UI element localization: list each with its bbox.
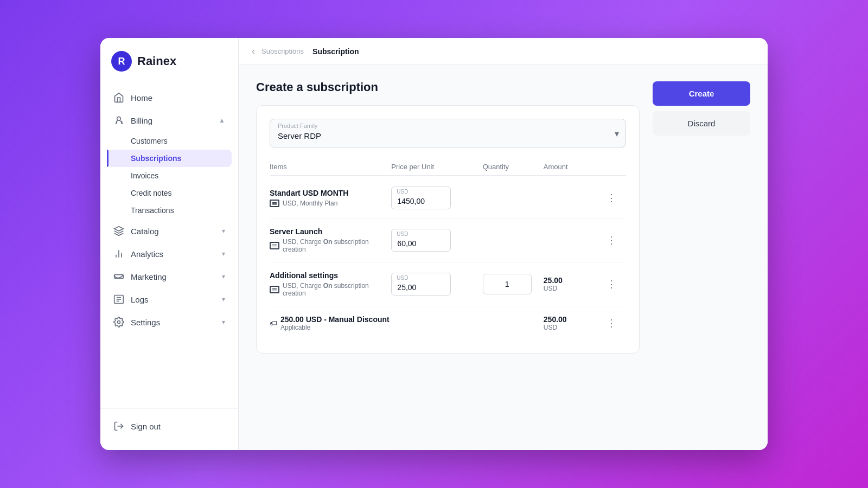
table-row: Standart USD MONTH — [270, 178, 626, 219]
sidebar-item-credit-notes[interactable]: Credit notes — [107, 184, 232, 202]
row1-sub-icon — [270, 200, 279, 207]
row3-name: Additional settings — [270, 271, 391, 280]
row3-sub-icon — [270, 286, 279, 293]
discount-menu-button[interactable]: ⋮ — [604, 315, 618, 331]
discount-label: 250.00 USD - Manual Discount — [280, 315, 390, 324]
sidebar-item-customers[interactable]: Customers — [107, 132, 232, 150]
nav-section: Home Billing ▲ Customers — [100, 87, 238, 408]
row3-item-info: Additional settings — [270, 271, 391, 297]
row2-sub-text: USD, Charge On subscription creation — [283, 238, 391, 253]
row3-sub-text: USD, Charge On subscription creation — [283, 282, 391, 297]
table-header: Items Price per Unit Quantity Amount — [270, 158, 626, 176]
row1-price-cell: USD — [391, 187, 482, 209]
row3-actions: ⋮ — [604, 276, 626, 292]
row2-price-cell: USD — [391, 229, 482, 252]
sidebar-item-subscriptions[interactable]: Subscriptions — [107, 150, 232, 167]
header-items: Items — [270, 163, 391, 171]
row3-price-wrap: USD — [391, 273, 482, 296]
row3-sub: USD, Charge On subscription creation — [270, 282, 391, 297]
sidebar-item-billing[interactable]: Billing ▲ — [107, 110, 232, 131]
sidebar-item-settings-label: Settings — [131, 318, 160, 327]
billing-icon — [113, 115, 124, 126]
row1-menu-button[interactable]: ⋮ — [604, 190, 618, 206]
row2-name: Server Launch — [270, 227, 391, 236]
product-family-field: Product Family Server RDP ▾ — [270, 119, 626, 147]
row2-actions: ⋮ — [604, 232, 626, 248]
breadcrumb-back-button[interactable]: ‹ — [252, 46, 255, 57]
table-row: Server Launch — [270, 219, 626, 262]
row1-actions: ⋮ — [604, 190, 626, 206]
catalog-chevron-icon: ▾ — [222, 227, 225, 235]
sidebar-item-catalog[interactable]: Catalog ▾ — [107, 220, 232, 242]
logo-icon: R — [111, 51, 132, 72]
breadcrumb-current: Subscription — [312, 47, 359, 56]
discount-amount-value: 250.00 — [544, 315, 604, 324]
row1-price-wrap: USD — [391, 187, 482, 209]
row1-sub-text: USD, Monthly Plan — [283, 200, 337, 207]
logs-chevron-icon: ▾ — [222, 296, 225, 303]
row3-menu-button[interactable]: ⋮ — [604, 276, 618, 292]
product-family-select[interactable]: Server RDP — [270, 119, 626, 147]
sidebar-item-analytics-label: Analytics — [131, 249, 163, 259]
sidebar-item-catalog-label: Catalog — [131, 227, 159, 236]
row1-sub: USD, Monthly Plan — [270, 200, 391, 207]
row2-price-label: USD — [397, 231, 408, 237]
sidebar: R Rainex Home — [100, 38, 239, 450]
sidebar-item-marketing-label: Marketing — [131, 272, 167, 281]
logs-icon — [113, 294, 124, 305]
sidebar-item-settings[interactable]: Settings ▾ — [107, 311, 232, 333]
analytics-chevron-icon: ▾ — [222, 250, 225, 258]
settings-icon — [113, 317, 124, 328]
main-area: ‹ Subscriptions Subscription Create a su… — [239, 38, 768, 450]
home-icon — [113, 92, 124, 103]
row3-qty-cell — [483, 274, 544, 294]
row3-price-label: USD — [397, 275, 408, 281]
tag-icon: 🏷 — [270, 319, 277, 328]
row2-sub-icon — [270, 242, 279, 249]
sign-out-area: Sign out — [100, 408, 238, 437]
discount-amount-cell: 250.00 USD — [544, 315, 604, 331]
sidebar-item-logs[interactable]: Logs ▾ — [107, 288, 232, 310]
sign-out-label: Sign out — [131, 422, 161, 431]
row1-item-info: Standart USD MONTH — [270, 189, 391, 207]
discard-button[interactable]: Discard — [653, 111, 750, 136]
action-buttons: Create Discard — [653, 80, 750, 435]
sidebar-item-home[interactable]: Home — [107, 87, 232, 108]
sidebar-item-transactions[interactable]: Transactions — [107, 202, 232, 219]
content-area: Create a subscription Product Family Ser… — [239, 65, 768, 450]
sidebar-item-logs-label: Logs — [131, 295, 149, 304]
row3-price-cell: USD — [391, 273, 482, 296]
header-quantity: Quantity — [483, 163, 544, 171]
row1-name: Standart USD MONTH — [270, 189, 391, 197]
main-form: Create a subscription Product Family Ser… — [256, 80, 640, 435]
logo-area: R Rainex — [100, 51, 238, 87]
svg-point-10 — [118, 321, 120, 324]
row2-item-info: Server Launch — [270, 227, 391, 253]
header-actions — [604, 163, 626, 171]
row2-menu-button[interactable]: ⋮ — [604, 232, 618, 248]
create-button[interactable]: Create — [653, 81, 750, 106]
product-family-select-wrapper: Product Family Server RDP ▾ — [270, 119, 626, 147]
settings-chevron-icon: ▾ — [222, 318, 225, 326]
sign-out-button[interactable]: Sign out — [107, 415, 232, 437]
product-family-label: Product Family — [278, 123, 317, 129]
discount-amount-currency: USD — [544, 324, 604, 331]
app-window: R Rainex Home — [100, 38, 768, 450]
page-title: Create a subscription — [256, 80, 640, 94]
billing-chevron-icon: ▲ — [219, 117, 225, 124]
marketing-chevron-icon: ▾ — [222, 273, 225, 280]
top-bar: ‹ Subscriptions Subscription — [239, 38, 768, 65]
breadcrumb-parent: Subscriptions — [261, 47, 304, 55]
catalog-icon — [113, 226, 124, 236]
row3-qty-input[interactable] — [483, 274, 532, 294]
sidebar-item-billing-label: Billing — [131, 116, 152, 125]
sidebar-item-invoices[interactable]: Invoices — [107, 167, 232, 184]
sign-out-icon — [113, 421, 124, 432]
sidebar-item-marketing[interactable]: Marketing ▾ — [107, 266, 232, 287]
svg-marker-1 — [114, 227, 124, 231]
discount-name-cell: 🏷 250.00 USD - Manual Discount Applicabl… — [270, 315, 391, 331]
row1-price-label: USD — [397, 189, 408, 195]
items-table: Items Price per Unit Quantity Amount Sta… — [270, 158, 626, 340]
sidebar-item-analytics[interactable]: Analytics ▾ — [107, 243, 232, 265]
row3-amount-value: 25.00 — [544, 276, 604, 285]
